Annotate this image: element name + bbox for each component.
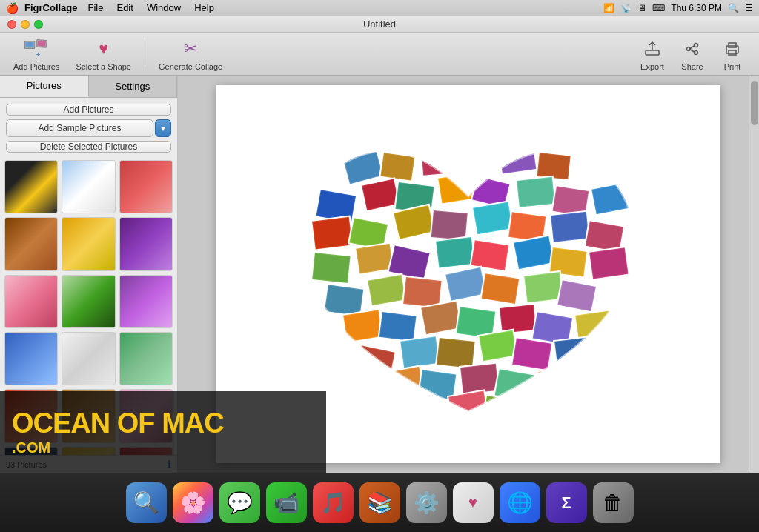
svg-point-11 [687, 47, 691, 50]
sidebar-tabs: Pictures Settings [0, 76, 177, 98]
add-sample-btn[interactable]: Add Sample Pictures [6, 119, 153, 137]
thumbnail-item[interactable] [119, 275, 173, 328]
thumbnail-item[interactable] [4, 217, 58, 270]
books-icon: 📚 [367, 491, 393, 515]
svg-rect-38 [517, 178, 554, 207]
dock-finder[interactable]: 🔍 [126, 482, 167, 523]
print-button[interactable]: Print [713, 34, 752, 74]
svg-rect-116 [385, 368, 423, 399]
watermark-title: OCEAN OF MAC [12, 408, 314, 439]
menu-file[interactable]: File [82, 1, 110, 14]
svg-rect-92 [380, 313, 416, 340]
control-center-icon[interactable]: ☰ [745, 3, 753, 13]
dock-system-preferences[interactable]: ⚙️ [406, 482, 447, 523]
dock-facetime[interactable]: 📹 [266, 482, 307, 523]
thumbnail-item[interactable] [62, 160, 115, 213]
svg-rect-106 [401, 337, 438, 367]
messages-icon: 💬 [227, 491, 253, 515]
add-pictures-btn[interactable]: Add Pictures [6, 104, 171, 116]
add-sample-dropdown[interactable]: ▼ [155, 119, 171, 137]
dock-figrcollage[interactable]: ♥ [453, 482, 494, 523]
thumbnail-item[interactable] [119, 217, 173, 270]
svg-rect-56 [551, 213, 588, 242]
thumbnail-item[interactable] [62, 275, 115, 328]
thumbnail-item[interactable] [119, 160, 173, 213]
svg-rect-114 [555, 338, 591, 365]
music-icon: 🎵 [320, 491, 346, 515]
thumbnail-item[interactable] [4, 160, 58, 213]
add-pictures-icon: + [24, 37, 48, 61]
scrollbar-thumb [751, 81, 758, 125]
finder-icon: 🔍 [133, 491, 159, 515]
svg-rect-118 [420, 370, 455, 399]
add-pictures-toolbar-btn[interactable]: + Add Pictures [7, 34, 65, 74]
svg-rect-68 [472, 241, 508, 269]
display-icon: 🖥 [637, 3, 646, 13]
svg-rect-34 [439, 174, 474, 202]
select-shape-toolbar-btn[interactable]: ♥ Select a Shape [70, 34, 137, 74]
svg-rect-60 [313, 253, 349, 282]
dock-safari[interactable]: 🌐 [500, 482, 540, 523]
share-icon [680, 37, 704, 61]
svg-rect-125 [405, 400, 445, 433]
dock-sigma[interactable]: Σ [546, 482, 587, 523]
export-icon [640, 37, 664, 61]
export-button[interactable]: Export [633, 34, 672, 74]
tab-settings[interactable]: Settings [89, 76, 178, 97]
minimize-button[interactable] [21, 20, 30, 29]
search-icon[interactable]: 🔍 [728, 3, 739, 13]
delete-selected-btn[interactable]: Delete Selected Pictures [6, 141, 171, 153]
titlebar: Untitled [0, 16, 759, 33]
svg-rect-18 [382, 153, 414, 179]
svg-rect-86 [525, 273, 562, 302]
generate-collage-toolbar-btn[interactable]: ✂ Generate Collage [153, 34, 228, 74]
keyboard-icon: ⌨ [652, 3, 665, 13]
menubar: 🍎 FigrCollage File Edit Window Help 📶 📡 … [0, 0, 759, 16]
select-shape-icon: ♥ [92, 37, 116, 61]
thumbnail-item[interactable] [119, 332, 173, 385]
canvas-scrollbar[interactable] [749, 76, 759, 473]
menu-window[interactable]: Window [141, 1, 187, 14]
menu-help[interactable]: Help [188, 1, 220, 14]
export-label: Export [640, 62, 664, 71]
svg-point-10 [695, 50, 698, 54]
watermark-domain: .COM [12, 439, 314, 456]
add-pictures-label: Add Pictures [13, 62, 59, 71]
clock: Thu 6:30 PM [671, 3, 722, 13]
dock-messages[interactable]: 💬 [219, 482, 260, 523]
svg-rect-132 [525, 395, 562, 424]
thumbnail-item[interactable] [62, 332, 115, 385]
watermark: OCEAN OF MAC .COM [0, 391, 326, 473]
dock-books[interactable]: 📚 [359, 482, 400, 523]
sigma-icon: Σ [561, 493, 571, 513]
facetime-icon: 📹 [274, 491, 299, 515]
thumbnail-item[interactable] [62, 217, 115, 270]
svg-rect-5 [38, 40, 46, 46]
thumbnail-item[interactable] [4, 332, 58, 385]
print-label: Print [724, 62, 741, 71]
figrcollage-dock-icon: ♥ [468, 494, 477, 511]
app-name[interactable]: FigrCollage [24, 2, 78, 13]
apple-menu[interactable]: 🍎 [6, 2, 19, 14]
sidebar-buttons: Add Pictures Add Sample Pictures ▼ Delet… [0, 98, 177, 156]
share-label: Share [681, 62, 703, 71]
svg-rect-50 [432, 211, 467, 239]
tab-pictures[interactable]: Pictures [0, 76, 89, 97]
svg-rect-120 [461, 365, 497, 393]
svg-rect-7 [646, 50, 659, 55]
maximize-button[interactable] [34, 20, 43, 29]
close-button[interactable] [7, 20, 16, 29]
svg-rect-66 [437, 238, 474, 267]
dock-trash[interactable]: 🗑 [593, 482, 634, 523]
svg-rect-126 [408, 402, 445, 430]
svg-rect-108 [437, 339, 474, 368]
dock-music[interactable]: 🎵 [313, 482, 354, 523]
thumbnail-item[interactable] [4, 275, 58, 328]
svg-rect-26 [538, 153, 570, 179]
generate-collage-icon: ✂ [179, 37, 202, 61]
dock-photos[interactable]: 🌸 [173, 482, 213, 523]
svg-rect-74 [590, 248, 627, 278]
menu-edit[interactable]: Edit [110, 1, 139, 14]
window-title: Untitled [363, 19, 396, 30]
share-button[interactable]: Share [673, 34, 712, 74]
